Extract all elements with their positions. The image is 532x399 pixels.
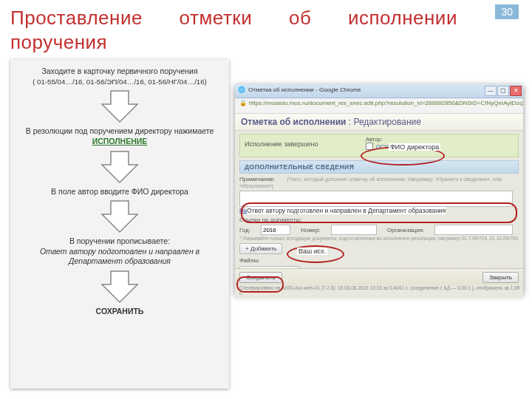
arrow-down-icon: [98, 89, 142, 123]
checkbox-icon[interactable]: [366, 143, 373, 150]
arrow-down-icon: [98, 200, 142, 233]
slide-title: Проставление отметки об исполнении поруч…: [10, 6, 522, 54]
execution-row: Исполнение завершено Автор: ОСУУ Прочие: [239, 134, 519, 157]
page-content: Отметка об исполнении : Редактирование И…: [235, 114, 523, 299]
additional-info-header: ДОПОЛНИТЕЛЬНЫЕ СВЕДЕНИЯ: [239, 160, 519, 174]
doc-links-section: Ссылки на документы: Год: Номер: Организ…: [239, 216, 519, 254]
callout-year-label: Ваш исх.: [297, 248, 327, 255]
step3: В поле автор вводите ФИО директора: [15, 187, 225, 197]
add-button[interactable]: + Добавить: [239, 243, 282, 254]
address-bar[interactable]: 🔒https://mosedo.mos.ru/document_res_exec…: [235, 98, 523, 114]
page-title: Отметка об исполнении : Редактирование: [235, 114, 523, 131]
number-input[interactable]: [331, 225, 377, 235]
window-titlebar: 🌐 Отметка об исполнении - Google Chrome …: [235, 84, 523, 98]
note-input[interactable]: [239, 191, 513, 207]
arrow-down-icon: [98, 150, 142, 184]
step1: Заходите в карточку первичного поручения…: [15, 66, 225, 86]
lock-icon: 🔒: [239, 100, 247, 106]
steps-panel: Заходите в карточку первичного поручения…: [10, 59, 229, 389]
org-input[interactable]: [434, 225, 513, 235]
arrow-down-icon: [98, 270, 142, 304]
step-save: СОХРАНИТЬ: [15, 307, 225, 317]
callout-note-text: Ответ автору подготовлен и направлен в Д…: [247, 207, 446, 214]
year-input[interactable]: [261, 225, 290, 235]
window-minimize-button[interactable]: —: [485, 86, 497, 96]
window-close-button[interactable]: ✕: [510, 86, 522, 96]
footer-bar: Сохранить Закрыть: [235, 268, 523, 285]
generation-info: Сгенерировано на is030-doc-web-01 (7.2.0…: [239, 285, 523, 296]
save-button[interactable]: Сохранить: [239, 272, 282, 283]
browser-screenshot: 🌐 Отметка об исполнении - Google Chrome …: [235, 84, 523, 294]
step4: В поручении прописываете: Ответ автору п…: [15, 236, 225, 267]
callout-author-label: ФИО директора: [389, 143, 440, 151]
favicon: 🌐: [238, 86, 245, 93]
window-maximize-button[interactable]: ▢: [497, 86, 509, 96]
step2: В резолюции под поручением директору наж…: [15, 126, 225, 146]
close-button[interactable]: Закрыть: [482, 272, 519, 283]
exec-done-label: Исполнение завершено: [245, 140, 318, 148]
